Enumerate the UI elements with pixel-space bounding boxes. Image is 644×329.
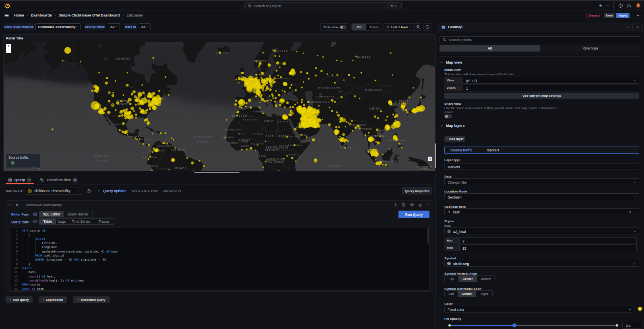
svg-text:MOROCCO: MOROCCO [232,115,247,117]
svg-text:GUATEMALA: GUATEMALA [128,135,143,137]
svg-text:UZBEKISTAN: UZBEKISTAN [317,95,335,98]
svg-text:CHINA: CHINA [369,107,381,110]
svg-text:GUINEA: GUINEA [420,168,431,170]
svg-text:GUINEA: GUINEA [228,142,238,144]
svg-text:TURKMENISTAN: TURKMENISTAN [308,101,330,103]
svg-text:CHAD: CHAD [265,135,274,137]
svg-text:Ocean: Ocean [196,140,210,143]
svg-text:KAZAKHSTAN: KAZAKHSTAN [318,87,340,89]
svg-text:Atlantic: Atlantic [194,135,212,139]
svg-text:THE CONGO: THE CONGO [268,161,283,163]
svg-text:LIBYA: LIBYA [264,120,274,122]
svg-text:PERU: PERU [149,165,158,167]
svg-text:TUNISIA: TUNISIA [253,111,264,113]
svg-text:RUSSIA: RUSSIA [357,56,371,59]
svg-text:STATES: STATES [118,103,131,106]
svg-text:MALI: MALI [238,132,246,135]
svg-text:NIGER: NIGER [254,132,263,135]
svg-text:ALGERIA: ALGERIA [243,118,257,121]
svg-text:MONGOLIA: MONGOLIA [365,89,382,91]
svg-text:REPUBLIC: REPUBLIC [265,149,279,151]
svg-text:SRI LANKA: SRI LANKA [340,147,353,149]
svg-text:SURINAME: SURINAME [171,149,185,151]
svg-text:MEXICO: MEXICO [114,123,127,126]
svg-text:MAURITANIA: MAURITANIA [225,128,243,131]
svg-text:Ocean: Ocean [95,159,109,162]
svg-text:Pacific: Pacific [94,154,110,157]
svg-text:EGYPT: EGYPT [278,120,289,123]
svg-text:ICELAND: ICELAND [216,52,228,54]
svg-text:SENEGAL: SENEGAL [223,137,235,139]
svg-text:Indian: Indian [327,164,342,168]
svg-text:BELARUS: BELARUS [277,77,290,80]
svg-text:FASO: FASO [241,141,248,143]
svg-text:YEMEN: YEMEN [299,134,308,137]
svg-text:VENEZUELA: VENEZUELA [157,145,174,147]
svg-text:GABON: GABON [257,155,266,157]
svg-text:SUDAN: SUDAN [279,147,289,149]
svg-text:GHANA: GHANA [241,145,250,147]
svg-text:CANADA: CANADA [116,57,131,60]
svg-text:FINLAND: FINLAND [275,50,288,52]
svg-text:BRAZIL: BRAZIL [175,167,188,170]
svg-text:KENYA: KENYA [289,153,299,156]
svg-text:NIGERIA: NIGERIA [251,143,263,145]
